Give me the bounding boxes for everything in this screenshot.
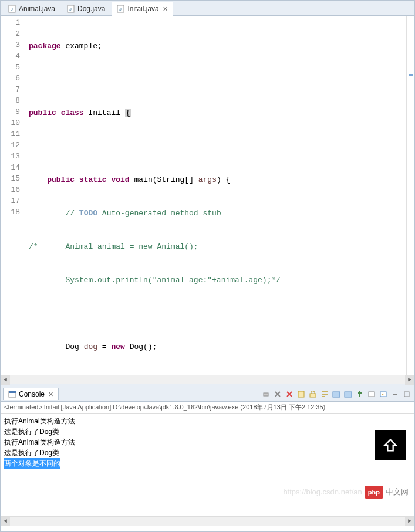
scroll-track[interactable] (10, 375, 405, 385)
line-number: 6 (1, 74, 25, 85)
scroll-track[interactable] (10, 517, 405, 526)
console-status: <terminated> Initail [Java Application] … (1, 402, 414, 414)
console-horizontal-scrollbar[interactable]: ◄ ► (1, 516, 414, 526)
svg-rect-12 (345, 392, 352, 397)
svg-rect-17 (404, 392, 409, 397)
svg-rect-16 (393, 394, 397, 395)
overview-ruler[interactable] (406, 16, 414, 375)
tab-label: Animal.java (19, 5, 55, 13)
editor-container: 1 2 3 4 5 6 7 8 9 10 11 12 13 14 15 16 1… (1, 16, 414, 375)
tab-label: Dog.java (77, 5, 105, 13)
java-file-icon: J (117, 5, 125, 13)
clear-console-button[interactable] (296, 389, 306, 399)
line-number: 18 (1, 208, 25, 219)
show-console-on-error-button[interactable] (343, 389, 353, 399)
remove-all-terminated-button[interactable] (284, 389, 295, 399)
scroll-left-icon[interactable]: ◄ (1, 375, 10, 385)
console-output[interactable]: 执行Animal类构造方法 这是执行了Dog类 执行Animal类构造方法 这是… (1, 414, 414, 516)
console-tab-label: Console (19, 390, 45, 398)
svg-text:J: J (11, 6, 13, 12)
line-number: 3 (1, 40, 25, 52)
line-number: 17 (1, 196, 25, 208)
scroll-top-button[interactable] (375, 430, 406, 460)
line-number: 16 (1, 185, 25, 196)
show-console-on-output-button[interactable] (331, 389, 342, 399)
tab-animal[interactable]: J Animal.java (3, 2, 60, 15)
close-icon[interactable]: ✕ (48, 391, 53, 398)
remove-all-button[interactable] (272, 389, 283, 399)
minimize-button[interactable] (390, 389, 400, 399)
display-selected-console-button[interactable] (366, 389, 377, 399)
console-line: 执行Animal类构造方法 (4, 416, 411, 426)
php-logo-icon: php (365, 486, 383, 499)
svg-rect-13 (369, 392, 374, 397)
svg-rect-8 (264, 393, 268, 396)
console-toolbar: + (261, 389, 412, 399)
line-number: 11 (1, 130, 25, 141)
code-area[interactable]: package example; public class Initail { … (25, 16, 406, 375)
horizontal-scrollbar[interactable]: ◄ ► (1, 375, 414, 384)
scroll-left-icon[interactable]: ◄ (1, 517, 10, 526)
svg-text:+: + (382, 392, 384, 397)
console-header: Console ✕ + (1, 387, 414, 402)
tab-dog[interactable]: J Dog.java (62, 2, 110, 15)
close-icon[interactable]: ✕ (163, 5, 168, 13)
tab-label: Initail.java (127, 5, 158, 13)
svg-text:J: J (69, 6, 72, 12)
line-number: 12 (1, 141, 25, 152)
watermark: https://blog.csdn.net/an php 中文网 (283, 486, 409, 499)
svg-rect-7 (9, 391, 16, 393)
pin-console-button[interactable] (355, 389, 365, 399)
tab-initail[interactable]: J Initail.java ✕ (112, 2, 173, 16)
ruler-mark-icon (409, 74, 413, 76)
console-line: 执行Animal类构造方法 (4, 437, 411, 448)
console-panel: Console ✕ + <terminated> Initail [Java A… (1, 384, 414, 526)
line-number: 7 (1, 85, 25, 96)
console-icon (8, 390, 16, 398)
console-line-selected: 两个对象是不同的 (4, 458, 60, 469)
console-line: 这是执行了Dog类 (4, 448, 411, 458)
line-number: 9 (1, 107, 25, 118)
line-number: 5 (1, 63, 25, 74)
remove-launch-button[interactable] (261, 389, 271, 399)
open-console-button[interactable]: + (378, 389, 389, 399)
java-file-icon: J (67, 5, 75, 13)
line-number: 10 (1, 118, 25, 130)
java-file-icon: J (8, 5, 16, 13)
line-number: 2 (1, 29, 25, 40)
word-wrap-button[interactable] (319, 389, 330, 399)
line-gutter: 1 2 3 4 5 6 7 8 9 10 11 12 13 14 15 16 1… (1, 16, 25, 375)
svg-rect-9 (298, 391, 304, 397)
maximize-button[interactable] (401, 389, 412, 399)
line-number: 13 (1, 152, 25, 163)
line-number: 15 (1, 174, 25, 185)
editor-tabs-bar: J Animal.java J Dog.java J Initail.java … (1, 1, 414, 16)
svg-text:J: J (119, 6, 122, 12)
svg-rect-11 (333, 392, 340, 397)
line-number: 1 (1, 18, 25, 29)
console-tab[interactable]: Console ✕ (3, 388, 59, 400)
scroll-right-icon[interactable]: ► (405, 375, 414, 385)
line-number: 14 (1, 163, 25, 174)
scroll-lock-button[interactable] (308, 389, 318, 399)
line-number: 4 (1, 52, 25, 63)
line-number: 8 (1, 96, 25, 107)
svg-rect-10 (310, 394, 316, 397)
scroll-right-icon[interactable]: ► (405, 517, 414, 526)
console-line: 这是执行了Dog类 (4, 426, 411, 437)
